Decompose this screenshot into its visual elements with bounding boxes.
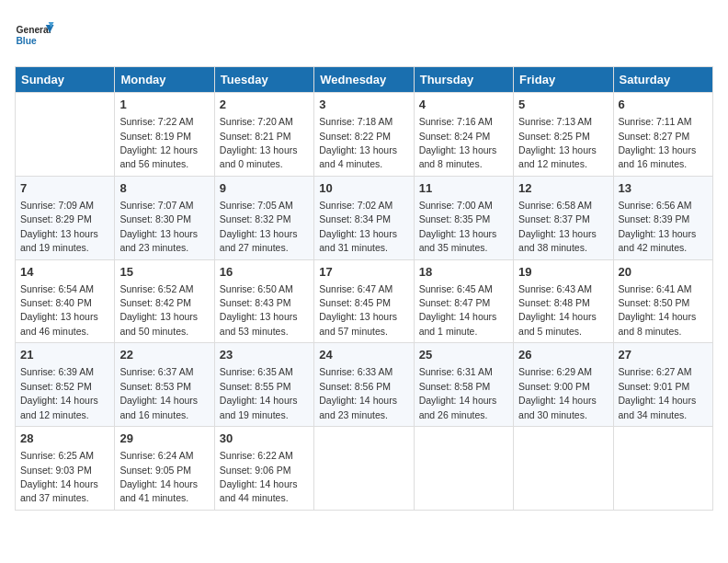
- day-info: Sunrise: 6:58 AM Sunset: 8:37 PM Dayligh…: [518, 200, 597, 253]
- day-number: 1: [119, 97, 209, 113]
- page-header: General Blue: [15, 15, 713, 55]
- calendar-cell: 3Sunrise: 7:18 AM Sunset: 8:22 PM Daylig…: [314, 93, 414, 177]
- day-number: 15: [119, 264, 209, 281]
- logo-icon: General Blue: [15, 15, 55, 55]
- day-number: 27: [619, 347, 708, 363]
- day-number: 12: [518, 180, 608, 197]
- calendar-cell: 19Sunrise: 6:43 AM Sunset: 8:48 PM Dayli…: [514, 259, 613, 343]
- day-number: 13: [619, 180, 708, 197]
- calendar-week-row: 1Sunrise: 7:22 AM Sunset: 8:19 PM Daylig…: [16, 93, 713, 177]
- day-number: 30: [220, 431, 309, 447]
- calendar-cell: 25Sunrise: 6:31 AM Sunset: 8:58 PM Dayli…: [414, 343, 513, 427]
- calendar-cell: 14Sunrise: 6:54 AM Sunset: 8:40 PM Dayli…: [16, 259, 115, 343]
- logo: General Blue: [15, 15, 55, 55]
- calendar-cell: 11Sunrise: 7:00 AM Sunset: 8:35 PM Dayli…: [414, 176, 513, 259]
- calendar-cell: 4Sunrise: 7:16 AM Sunset: 8:24 PM Daylig…: [414, 93, 513, 177]
- col-header-monday: Monday: [115, 67, 214, 93]
- day-info: Sunrise: 6:31 AM Sunset: 8:58 PM Dayligh…: [419, 366, 497, 419]
- day-number: 29: [119, 431, 209, 447]
- day-number: 19: [518, 264, 608, 281]
- day-number: 11: [419, 180, 508, 197]
- calendar-cell: 24Sunrise: 6:33 AM Sunset: 8:56 PM Dayli…: [314, 343, 414, 427]
- calendar-cell: 6Sunrise: 7:11 AM Sunset: 8:27 PM Daylig…: [613, 93, 712, 177]
- calendar-cell: 28Sunrise: 6:25 AM Sunset: 9:03 PM Dayli…: [16, 427, 115, 511]
- calendar-cell: 29Sunrise: 6:24 AM Sunset: 9:05 PM Dayli…: [115, 427, 214, 511]
- day-info: Sunrise: 6:35 AM Sunset: 8:55 PM Dayligh…: [220, 366, 298, 419]
- calendar-cell: 7Sunrise: 7:09 AM Sunset: 8:29 PM Daylig…: [16, 176, 115, 259]
- col-header-friday: Friday: [514, 67, 613, 93]
- calendar-cell: [414, 427, 513, 511]
- calendar-header-row: SundayMondayTuesdayWednesdayThursdayFrid…: [16, 67, 713, 93]
- svg-text:General: General: [16, 25, 51, 35]
- calendar-cell: 27Sunrise: 6:27 AM Sunset: 9:01 PM Dayli…: [613, 343, 712, 427]
- calendar-cell: 26Sunrise: 6:29 AM Sunset: 9:00 PM Dayli…: [514, 343, 613, 427]
- day-info: Sunrise: 6:45 AM Sunset: 8:47 PM Dayligh…: [419, 283, 497, 337]
- day-number: 20: [619, 264, 708, 281]
- calendar-cell: 9Sunrise: 7:05 AM Sunset: 8:32 PM Daylig…: [214, 176, 313, 259]
- calendar-cell: 17Sunrise: 6:47 AM Sunset: 8:45 PM Dayli…: [314, 259, 414, 343]
- calendar-cell: 23Sunrise: 6:35 AM Sunset: 8:55 PM Dayli…: [214, 343, 313, 427]
- day-info: Sunrise: 6:39 AM Sunset: 8:52 PM Dayligh…: [20, 366, 98, 419]
- day-number: 3: [319, 97, 408, 113]
- day-info: Sunrise: 6:37 AM Sunset: 8:53 PM Dayligh…: [119, 366, 198, 419]
- day-number: 6: [619, 97, 708, 113]
- calendar-cell: 30Sunrise: 6:22 AM Sunset: 9:06 PM Dayli…: [214, 427, 313, 511]
- col-header-tuesday: Tuesday: [214, 67, 313, 93]
- day-number: 24: [319, 347, 408, 363]
- day-info: Sunrise: 6:33 AM Sunset: 8:56 PM Dayligh…: [319, 366, 397, 419]
- calendar-cell: 8Sunrise: 7:07 AM Sunset: 8:30 PM Daylig…: [115, 176, 214, 259]
- day-info: Sunrise: 7:00 AM Sunset: 8:35 PM Dayligh…: [419, 200, 497, 253]
- day-info: Sunrise: 7:07 AM Sunset: 8:30 PM Dayligh…: [119, 200, 198, 253]
- day-info: Sunrise: 6:24 AM Sunset: 9:05 PM Dayligh…: [119, 450, 198, 503]
- day-info: Sunrise: 6:41 AM Sunset: 8:50 PM Dayligh…: [619, 283, 697, 337]
- day-info: Sunrise: 7:13 AM Sunset: 8:25 PM Dayligh…: [518, 116, 597, 169]
- col-header-wednesday: Wednesday: [314, 67, 414, 93]
- day-info: Sunrise: 7:05 AM Sunset: 8:32 PM Dayligh…: [220, 200, 298, 253]
- day-number: 10: [319, 180, 408, 197]
- day-info: Sunrise: 6:25 AM Sunset: 9:03 PM Dayligh…: [20, 450, 98, 503]
- day-info: Sunrise: 6:27 AM Sunset: 9:01 PM Dayligh…: [619, 366, 697, 419]
- day-number: 5: [518, 97, 608, 113]
- day-number: 2: [220, 97, 309, 113]
- calendar-cell: 18Sunrise: 6:45 AM Sunset: 8:47 PM Dayli…: [414, 259, 513, 343]
- day-info: Sunrise: 7:09 AM Sunset: 8:29 PM Dayligh…: [20, 200, 98, 253]
- calendar-cell: [514, 427, 613, 511]
- calendar-cell: 2Sunrise: 7:20 AM Sunset: 8:21 PM Daylig…: [214, 93, 313, 177]
- day-info: Sunrise: 7:18 AM Sunset: 8:22 PM Dayligh…: [319, 116, 397, 169]
- calendar-cell: [613, 427, 712, 511]
- day-info: Sunrise: 6:56 AM Sunset: 8:39 PM Dayligh…: [619, 200, 697, 253]
- day-number: 22: [119, 347, 209, 363]
- day-number: 23: [220, 347, 309, 363]
- day-info: Sunrise: 6:47 AM Sunset: 8:45 PM Dayligh…: [319, 283, 397, 337]
- day-info: Sunrise: 6:50 AM Sunset: 8:43 PM Dayligh…: [220, 283, 298, 337]
- calendar-cell: 1Sunrise: 7:22 AM Sunset: 8:19 PM Daylig…: [115, 93, 214, 177]
- svg-text:Blue: Blue: [16, 36, 37, 46]
- day-number: 14: [20, 264, 109, 281]
- calendar-week-row: 7Sunrise: 7:09 AM Sunset: 8:29 PM Daylig…: [16, 176, 713, 259]
- day-info: Sunrise: 7:16 AM Sunset: 8:24 PM Dayligh…: [419, 116, 497, 169]
- calendar-cell: 21Sunrise: 6:39 AM Sunset: 8:52 PM Dayli…: [16, 343, 115, 427]
- col-header-thursday: Thursday: [414, 67, 513, 93]
- calendar-week-row: 28Sunrise: 6:25 AM Sunset: 9:03 PM Dayli…: [16, 427, 713, 511]
- day-number: 9: [220, 180, 309, 197]
- calendar-cell: 12Sunrise: 6:58 AM Sunset: 8:37 PM Dayli…: [514, 176, 613, 259]
- day-info: Sunrise: 6:52 AM Sunset: 8:42 PM Dayligh…: [119, 283, 198, 337]
- day-number: 21: [20, 347, 109, 363]
- day-number: 28: [20, 431, 109, 447]
- day-number: 8: [119, 180, 209, 197]
- calendar-cell: [16, 93, 115, 177]
- calendar-week-row: 21Sunrise: 6:39 AM Sunset: 8:52 PM Dayli…: [16, 343, 713, 427]
- day-info: Sunrise: 7:20 AM Sunset: 8:21 PM Dayligh…: [220, 116, 298, 169]
- day-number: 25: [419, 347, 508, 363]
- day-info: Sunrise: 7:22 AM Sunset: 8:19 PM Dayligh…: [119, 116, 198, 169]
- calendar-cell: [314, 427, 414, 511]
- calendar-cell: 20Sunrise: 6:41 AM Sunset: 8:50 PM Dayli…: [613, 259, 712, 343]
- col-header-sunday: Sunday: [16, 67, 115, 93]
- calendar-week-row: 14Sunrise: 6:54 AM Sunset: 8:40 PM Dayli…: [16, 259, 713, 343]
- calendar-cell: 15Sunrise: 6:52 AM Sunset: 8:42 PM Dayli…: [115, 259, 214, 343]
- calendar-table: SundayMondayTuesdayWednesdayThursdayFrid…: [15, 66, 713, 511]
- calendar-cell: 22Sunrise: 6:37 AM Sunset: 8:53 PM Dayli…: [115, 343, 214, 427]
- day-number: 18: [419, 264, 508, 281]
- day-number: 7: [20, 180, 109, 197]
- day-info: Sunrise: 7:02 AM Sunset: 8:34 PM Dayligh…: [319, 200, 397, 253]
